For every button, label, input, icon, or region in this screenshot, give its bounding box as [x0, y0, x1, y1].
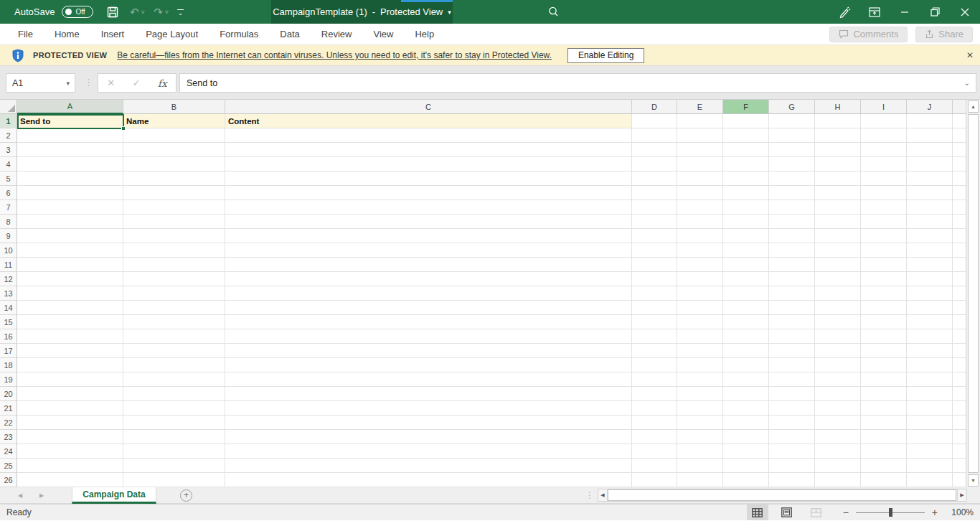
cell-G4[interactable] — [769, 157, 815, 172]
cell-B16[interactable] — [123, 329, 225, 344]
cell-E2[interactable] — [677, 128, 723, 143]
column-header-G[interactable]: G — [769, 100, 815, 114]
cell-D11[interactable] — [632, 258, 677, 272]
cell-G16[interactable] — [769, 329, 815, 344]
cell-A5[interactable] — [17, 172, 123, 186]
cell-D19[interactable] — [632, 372, 677, 387]
cell-H21[interactable] — [815, 401, 861, 416]
row-header-26[interactable]: 26 — [0, 473, 17, 487]
cell-E1[interactable] — [677, 114, 723, 128]
cell-J22[interactable] — [907, 416, 953, 430]
cell-A14[interactable] — [17, 301, 123, 315]
cell-I10[interactable] — [861, 243, 907, 258]
column-header-B[interactable]: B — [123, 100, 225, 114]
cell-partial-14[interactable] — [953, 301, 966, 315]
cell-partial-20[interactable] — [953, 387, 966, 401]
cell-J16[interactable] — [907, 329, 953, 344]
cell-G22[interactable] — [769, 416, 815, 430]
cell-E26[interactable] — [677, 473, 723, 487]
cell-H20[interactable] — [815, 387, 861, 401]
cell-H1[interactable] — [815, 114, 861, 128]
cancel-entry-icon[interactable]: ✕ — [107, 78, 115, 88]
cell-C10[interactable] — [225, 243, 632, 258]
row-header-10[interactable]: 10 — [0, 243, 17, 258]
row-header-12[interactable]: 12 — [0, 272, 17, 286]
cell-F26[interactable] — [723, 473, 769, 487]
cell-partial-26[interactable] — [953, 473, 966, 487]
cell-J14[interactable] — [907, 301, 953, 315]
cell-F6[interactable] — [723, 186, 769, 200]
cell-E5[interactable] — [677, 172, 723, 186]
cell-H3[interactable] — [815, 143, 861, 157]
cell-E18[interactable] — [677, 358, 723, 372]
tabbar-handle-icon[interactable]: ⋮ — [585, 490, 594, 500]
protected-view-message-link[interactable]: Be careful—files from the Internet can c… — [117, 50, 552, 60]
cell-A26[interactable] — [17, 473, 123, 487]
cell-C19[interactable] — [225, 372, 632, 387]
cell-B13[interactable] — [123, 286, 225, 301]
cell-D15[interactable] — [632, 315, 677, 329]
cell-partial-17[interactable] — [953, 344, 966, 358]
row-header-20[interactable]: 20 — [0, 387, 17, 401]
cell-I17[interactable] — [861, 344, 907, 358]
row-header-22[interactable]: 22 — [0, 416, 17, 430]
cell-G21[interactable] — [769, 401, 815, 416]
cell-E10[interactable] — [677, 243, 723, 258]
cell-C9[interactable] — [225, 229, 632, 243]
cell-D2[interactable] — [632, 128, 677, 143]
cell-G24[interactable] — [769, 444, 815, 459]
cell-D25[interactable] — [632, 459, 677, 473]
cell-E15[interactable] — [677, 315, 723, 329]
cell-A20[interactable] — [17, 387, 123, 401]
cell-G18[interactable] — [769, 358, 815, 372]
cell-J19[interactable] — [907, 372, 953, 387]
cell-B14[interactable] — [123, 301, 225, 315]
cell-I25[interactable] — [861, 459, 907, 473]
cell-C4[interactable] — [225, 157, 632, 172]
cell-F25[interactable] — [723, 459, 769, 473]
cell-D14[interactable] — [632, 301, 677, 315]
cell-C17[interactable] — [225, 344, 632, 358]
column-header-partial[interactable] — [953, 100, 966, 114]
row-header-19[interactable]: 19 — [0, 372, 17, 387]
cell-H16[interactable] — [815, 329, 861, 344]
cell-D26[interactable] — [632, 473, 677, 487]
cell-G12[interactable] — [769, 272, 815, 286]
new-sheet-button[interactable]: + — [180, 489, 192, 502]
cell-A6[interactable] — [17, 186, 123, 200]
cell-B9[interactable] — [123, 229, 225, 243]
cell-C13[interactable] — [225, 286, 632, 301]
cell-H2[interactable] — [815, 128, 861, 143]
cell-B17[interactable] — [123, 344, 225, 358]
cell-D24[interactable] — [632, 444, 677, 459]
cell-H24[interactable] — [815, 444, 861, 459]
cell-J4[interactable] — [907, 157, 953, 172]
redo-dropdown-icon[interactable]: ˅ — [165, 9, 169, 16]
cell-J26[interactable] — [907, 473, 953, 487]
horizontal-scroll-thumb[interactable] — [608, 489, 956, 501]
cell-J17[interactable] — [907, 344, 953, 358]
cell-A16[interactable] — [17, 329, 123, 344]
cell-H11[interactable] — [815, 258, 861, 272]
cell-I2[interactable] — [861, 128, 907, 143]
cell-partial-8[interactable] — [953, 215, 966, 229]
insert-function-icon[interactable]: fx — [158, 78, 167, 89]
cell-F4[interactable] — [723, 157, 769, 172]
cell-B3[interactable] — [123, 143, 225, 157]
cell-E20[interactable] — [677, 387, 723, 401]
column-header-J[interactable]: J — [907, 100, 953, 114]
menu-tab-data[interactable]: Data — [269, 24, 310, 45]
expand-formula-bar-icon[interactable]: ⌄ — [964, 79, 970, 87]
cell-C20[interactable] — [225, 387, 632, 401]
normal-view-button[interactable] — [747, 504, 768, 520]
cell-G15[interactable] — [769, 315, 815, 329]
cell-C16[interactable] — [225, 329, 632, 344]
cell-A4[interactable] — [17, 157, 123, 172]
zoom-in-icon[interactable]: + — [932, 507, 938, 518]
cell-A1[interactable]: Send to — [17, 114, 123, 128]
cell-J1[interactable] — [907, 114, 953, 128]
customize-toolbar-button[interactable]: ⌄ — [177, 9, 184, 15]
cell-E6[interactable] — [677, 186, 723, 200]
zoom-out-icon[interactable]: − — [843, 507, 849, 518]
cell-I22[interactable] — [861, 416, 907, 430]
